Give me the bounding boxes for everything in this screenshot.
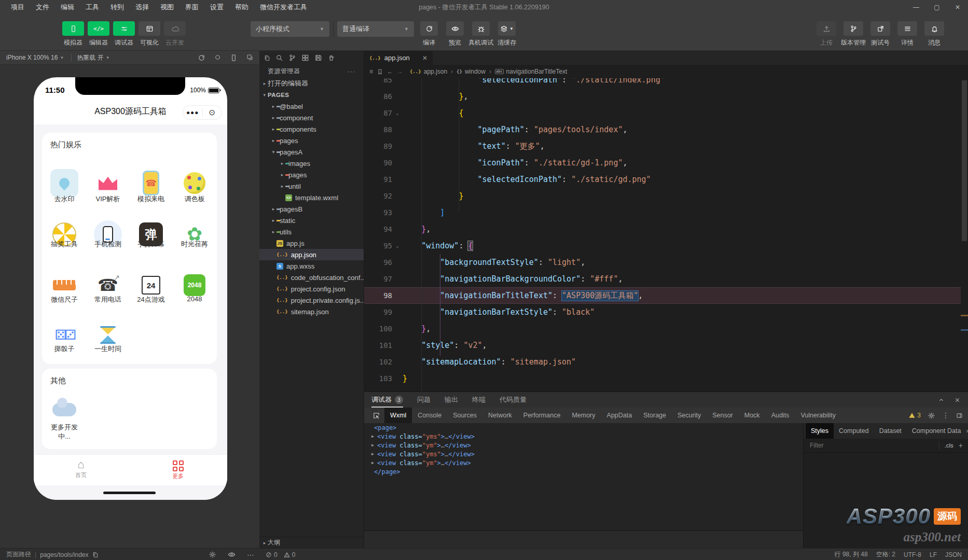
compile-dropdown[interactable]: 普通编译 ▼ <box>337 21 414 37</box>
wxml-node[interactable]: ▶<view class="ym">…</view> <box>364 441 803 450</box>
tabbar-item-更多[interactable]: 更多 <box>157 459 199 480</box>
gear-icon[interactable] <box>209 551 216 558</box>
breadcrumb-item-window[interactable]: {}window <box>457 68 486 75</box>
toolbar-button-上传[interactable]: 上传 <box>815 21 837 47</box>
gear-icon[interactable] <box>928 412 935 419</box>
tree-item-pagesB[interactable]: ▸pagesB <box>259 203 364 215</box>
close-panel-icon[interactable] <box>954 397 961 403</box>
back-icon[interactable]: ← <box>387 68 393 75</box>
dock-side-icon[interactable] <box>956 412 963 419</box>
tree-item-pagesA[interactable]: ▾pagesA <box>259 146 364 158</box>
tool-item-more-dev[interactable] <box>43 396 86 424</box>
split-grid-icon[interactable] <box>301 54 309 62</box>
debugger-tab-代码质量[interactable]: 代码质量 <box>500 392 527 408</box>
toolbar-button-模拟器[interactable]: 模拟器 <box>62 21 84 47</box>
devtools-tab-Wxml[interactable]: Wxml <box>384 408 412 423</box>
devtools-tab-Performance[interactable]: Performance <box>518 408 566 423</box>
inspect-element-icon[interactable] <box>368 412 384 419</box>
toolbar-button-消息[interactable]: 消息 <box>923 21 945 47</box>
devtools-tab-Storage[interactable]: Storage <box>638 408 672 423</box>
wxml-node[interactable]: ▶<view class="ym">…</view> <box>364 458 803 467</box>
tree-item-images[interactable]: ▸images <box>259 158 364 169</box>
kebab-menu-icon[interactable]: ⋮ <box>942 411 949 419</box>
debugger-tab-输出[interactable]: 输出 <box>445 392 458 408</box>
files-icon[interactable] <box>264 55 270 61</box>
wxml-node[interactable]: ▶<view class="yms">…</view> <box>364 432 803 441</box>
wxml-node[interactable]: <page> <box>364 423 803 432</box>
code-line-86[interactable]: 86 }, <box>364 88 961 105</box>
minimize-button[interactable]: — <box>906 0 926 15</box>
more-menu-icon[interactable]: ●●● <box>183 109 202 116</box>
menu-item-工具[interactable]: 工具 <box>80 0 105 15</box>
code-line-97[interactable]: 97 "navigationBarBackgroundColor": "#fff… <box>364 271 961 287</box>
tree-item-sitemap.json[interactable]: {..}sitemap.json <box>259 306 364 317</box>
devtools-tab-Security[interactable]: Security <box>672 408 707 423</box>
close-tab-icon[interactable]: ✕ <box>422 54 427 62</box>
copy-icon[interactable] <box>92 552 99 558</box>
devtools-tab-Console[interactable]: Console <box>412 408 447 423</box>
encoding[interactable]: UTF-8 <box>904 551 921 558</box>
cursor-position[interactable]: 行 98, 列 48 <box>835 550 868 559</box>
code-line-91[interactable]: 91 "selectedIconPath": "./static/gd.png" <box>364 171 961 188</box>
breadcrumb-item-app.json[interactable]: {..}app.json <box>410 68 447 75</box>
styles-tab-Styles[interactable]: Styles <box>806 423 834 439</box>
tree-item--[interactable]: ▸打开的编辑器 <box>259 78 364 89</box>
language-mode[interactable]: JSON <box>945 551 962 558</box>
bookmark-icon[interactable] <box>377 68 383 75</box>
code-line-96[interactable]: 96 "backgroundTextStyle": "light", <box>364 254 961 271</box>
tree-item-pages[interactable]: ▸pages <box>259 169 364 180</box>
add-rule-icon[interactable]: + <box>959 441 963 450</box>
save-all-icon[interactable] <box>314 54 322 62</box>
collapse-panel-icon[interactable] <box>938 397 945 403</box>
device-icon[interactable] <box>230 54 238 62</box>
tabbar-item-首页[interactable]: ⌂首页 <box>60 459 102 479</box>
devtools-tab-Mock[interactable]: Mock <box>739 408 766 423</box>
code-lines[interactable]: 85 "selectedIconPath": "./static/index.p… <box>364 72 961 387</box>
git-branch-icon[interactable] <box>288 54 296 62</box>
mode-dropdown[interactable]: 小程序模式 ▼ <box>251 21 329 37</box>
list-icon[interactable]: ≡ <box>369 68 373 75</box>
devtools-tab-AppData[interactable]: AppData <box>601 408 638 423</box>
close-button[interactable]: ✕ <box>947 0 968 15</box>
indentation[interactable]: 空格: 2 <box>876 550 895 559</box>
warning-count-badge[interactable]: 3 <box>908 412 921 419</box>
toolbar-button-云开发[interactable]: 云开发 <box>164 21 186 47</box>
more-tabs-icon[interactable]: » <box>966 427 968 435</box>
wxml-node[interactable]: ▶<view class="yms">…</view> <box>364 450 803 458</box>
teapot-icon[interactable] <box>327 54 335 62</box>
tree-item-app.wxss[interactable]: Sapp.wxss <box>259 260 364 272</box>
close-capsule-icon[interactable]: ⊙ <box>203 108 222 117</box>
code-line-92[interactable]: 92 } <box>364 188 961 204</box>
toolbar-button-调试器[interactable]: 调试器 <box>113 21 135 47</box>
toolbar-button-测试号[interactable]: 测试号 <box>869 21 891 47</box>
cls-button[interactable]: .cls <box>939 441 959 450</box>
tree-item-pages[interactable]: ▸pages <box>259 135 364 146</box>
device-selector[interactable]: iPhone X 100% 16 <box>6 54 58 61</box>
styles-tab-Computed[interactable]: Computed <box>834 423 874 439</box>
menu-item-转到[interactable]: 转到 <box>105 0 130 15</box>
rotate-icon[interactable] <box>198 54 205 62</box>
search-icon[interactable] <box>275 54 283 62</box>
devtools-tab-Network[interactable]: Network <box>482 408 518 423</box>
code-line-94[interactable]: 94 }, <box>364 221 961 237</box>
code-line-99[interactable]: 99 "navigationBarTextStyle": "black" <box>364 304 961 320</box>
more-actions-icon[interactable]: ··· <box>348 68 355 75</box>
code-line-95[interactable]: 95⌄ "window": { <box>364 237 961 254</box>
tree-item-static[interactable]: ▸static <box>259 215 364 226</box>
code-line-87[interactable]: 87⌄ { <box>364 105 961 121</box>
devtools-tab-Audits[interactable]: Audits <box>766 408 795 423</box>
debugger-tab-终端[interactable]: 终端 <box>472 392 486 408</box>
devtools-tab-Sources[interactable]: Sources <box>447 408 482 423</box>
menu-item-帮助[interactable]: 帮助 <box>229 0 254 15</box>
devtools-tab-Memory[interactable]: Memory <box>566 408 601 423</box>
record-icon[interactable] <box>214 54 221 62</box>
code-line-90[interactable]: 90 "iconPath": "./static/gd-1.png", <box>364 155 961 171</box>
scrollbar-thumb[interactable] <box>962 80 967 241</box>
tree-item-@babel[interactable]: ▸@babel <box>259 101 364 112</box>
screenshot-icon[interactable] <box>246 54 253 62</box>
menu-item-视图[interactable]: 视图 <box>155 0 179 15</box>
code-line-102[interactable]: 102 "sitemapLocation": "sitemap.json" <box>364 354 961 370</box>
menu-item-编辑[interactable]: 编辑 <box>55 0 80 15</box>
tree-item-component[interactable]: ▸component <box>259 112 364 123</box>
code-line-89[interactable]: 89 "text": "更多", <box>364 138 961 155</box>
